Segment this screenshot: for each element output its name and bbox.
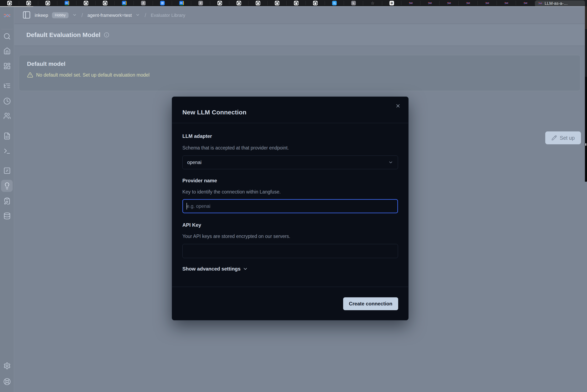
docs-favicon-icon xyxy=(160,1,165,6)
pencil-icon xyxy=(551,135,557,140)
browser-tab-gcal[interactable]: 31 xyxy=(57,0,77,6)
text-cursor xyxy=(187,203,187,210)
browser-tab-github[interactable] xyxy=(77,0,96,6)
sidebar-item-annotation[interactable] xyxy=(3,197,11,205)
sidebar-item-evals[interactable] xyxy=(3,166,11,175)
breadcrumb: inkeep Hobby / agent-framework=test / Ev… xyxy=(14,7,585,24)
langfuse-favicon-icon xyxy=(485,1,489,6)
adapter-description: Schema that is accepted at that provider… xyxy=(182,145,398,150)
github-favicon-icon xyxy=(7,1,12,6)
sidebar-item-prompts[interactable] xyxy=(3,132,11,140)
warning-text: No default model set. Set up default eva… xyxy=(36,72,150,78)
bluechat-favicon-icon xyxy=(332,1,337,6)
browser-tab-langfuse[interactable] xyxy=(401,0,420,6)
langfuse-favicon-icon xyxy=(523,1,528,6)
provider-name-description: Key to identify the connection within La… xyxy=(182,189,398,194)
browser-tab-github[interactable] xyxy=(19,0,38,6)
chevron-down-icon[interactable] xyxy=(72,13,77,18)
provider-name-input-wrap xyxy=(182,194,398,213)
dialog-title: New LLM Connection xyxy=(182,109,247,116)
z-favicon-icon: Z xyxy=(198,1,203,6)
browser-tab-github[interactable] xyxy=(0,0,19,6)
browser-tab-star[interactable]: ☆ xyxy=(363,0,382,6)
browser-tab-langfuse[interactable] xyxy=(420,0,439,6)
api-key-input[interactable] xyxy=(182,244,398,258)
support-lifebuoy-icon[interactable] xyxy=(3,378,11,386)
browser-tab-gcal[interactable]: 31 xyxy=(115,0,134,6)
breadcrumb-separator: / xyxy=(144,12,147,18)
browser-tab-z[interactable]: Z xyxy=(134,0,153,6)
browser-tab-github[interactable] xyxy=(268,0,287,6)
new-llm-connection-dialog: New LLM Connection LLM adapter Schema th… xyxy=(172,96,409,320)
settings-gear-icon[interactable] xyxy=(3,362,11,370)
langfuse-logo-icon[interactable] xyxy=(3,12,11,20)
github-favicon-icon xyxy=(103,1,107,6)
browser-tab-z[interactable]: Z xyxy=(191,0,210,6)
linear-favicon-icon: L xyxy=(351,1,356,6)
show-advanced-settings-toggle[interactable]: Show advanced settings xyxy=(182,266,398,272)
openai-favicon-icon: ✻ xyxy=(389,1,394,6)
browser-tab-github[interactable] xyxy=(248,0,268,6)
sidebar-toggle-icon[interactable] xyxy=(22,10,31,20)
browser-tab-langfuse[interactable] xyxy=(497,0,516,6)
sidebar-item-sessions[interactable] xyxy=(3,97,11,105)
background-window-edge xyxy=(585,6,587,182)
screen: 3131Z31ZL☆✻ LLM-as-a-… xyxy=(0,0,587,392)
github-favicon-icon xyxy=(84,1,88,6)
warning-row: No default model set. Set up default eva… xyxy=(27,72,580,78)
gcal-favicon-icon: 31 xyxy=(65,1,69,6)
browser-tab-openai[interactable]: ✻ xyxy=(382,0,401,6)
sidebar-divider xyxy=(1,29,13,29)
sidebar-item-users[interactable] xyxy=(3,112,11,120)
sidebar-item-home[interactable] xyxy=(3,47,11,55)
browser-tab-langfuse[interactable] xyxy=(516,0,535,6)
gcal-favicon-icon: 31 xyxy=(179,1,184,6)
browser-tab-github[interactable] xyxy=(96,0,115,6)
browser-tab-bar: 3131Z31ZL☆✻ LLM-as-a-… xyxy=(0,0,587,6)
provider-name-input[interactable] xyxy=(182,199,398,213)
browser-tab-docs[interactable] xyxy=(153,0,172,6)
search-icon[interactable] xyxy=(3,32,11,40)
langfuse-favicon-icon xyxy=(538,1,542,6)
browser-tabs: 3131Z31ZL☆✻ xyxy=(0,0,535,6)
github-favicon-icon xyxy=(294,1,298,6)
browser-tab-langfuse[interactable] xyxy=(459,0,478,6)
breadcrumb-project[interactable]: agent-framework=test xyxy=(88,13,132,18)
browser-tab-langfuse[interactable] xyxy=(478,0,497,6)
browser-tab-github[interactable] xyxy=(210,0,229,6)
close-icon[interactable] xyxy=(394,102,402,110)
create-connection-button[interactable]: Create connection xyxy=(343,297,398,310)
adapter-select[interactable]: openai xyxy=(182,156,398,169)
provider-name-label: Provider name xyxy=(182,178,398,183)
sidebar-item-evaluator-library[interactable] xyxy=(3,182,11,190)
browser-tab-langfuse[interactable] xyxy=(439,0,459,6)
browser-tab-github[interactable] xyxy=(287,0,306,6)
browser-tab-github[interactable] xyxy=(306,0,325,6)
github-favicon-icon xyxy=(256,1,260,6)
sidebar-item-tracing[interactable] xyxy=(3,82,11,90)
gcal-favicon-icon: 31 xyxy=(122,1,127,6)
browser-tab-bluechat[interactable] xyxy=(325,0,344,6)
set-up-button[interactable]: Set up xyxy=(545,132,581,144)
browser-tab-gcal[interactable]: 31 xyxy=(172,0,191,6)
default-model-card: Default model No default model set. Set … xyxy=(19,55,580,91)
z-favicon-icon: Z xyxy=(141,1,146,6)
dialog-footer: Create connection xyxy=(172,287,408,320)
browser-tab-github[interactable] xyxy=(38,0,57,6)
browser-tab-active[interactable]: LLM-as-a-… xyxy=(535,0,585,6)
sidebar-item-datasets[interactable] xyxy=(3,212,11,220)
api-key-label: API Key xyxy=(182,222,398,228)
sidebar-item-dashboards[interactable] xyxy=(3,62,11,70)
breadcrumb-separator: / xyxy=(81,12,84,18)
chevron-down-icon[interactable] xyxy=(135,13,140,18)
star-favicon-icon: ☆ xyxy=(370,1,375,6)
adapter-selected-value: openai xyxy=(187,160,202,165)
api-key-description: Your API keys are stored encrypted on ou… xyxy=(182,234,398,239)
breadcrumb-org[interactable]: inkeep xyxy=(35,13,48,18)
browser-tab-linear[interactable]: L xyxy=(344,0,363,6)
info-icon[interactable] xyxy=(104,32,109,38)
sidebar-item-playground[interactable] xyxy=(3,147,11,155)
browser-tab-github[interactable] xyxy=(229,0,248,6)
github-favicon-icon xyxy=(46,1,50,6)
github-favicon-icon xyxy=(26,1,31,6)
